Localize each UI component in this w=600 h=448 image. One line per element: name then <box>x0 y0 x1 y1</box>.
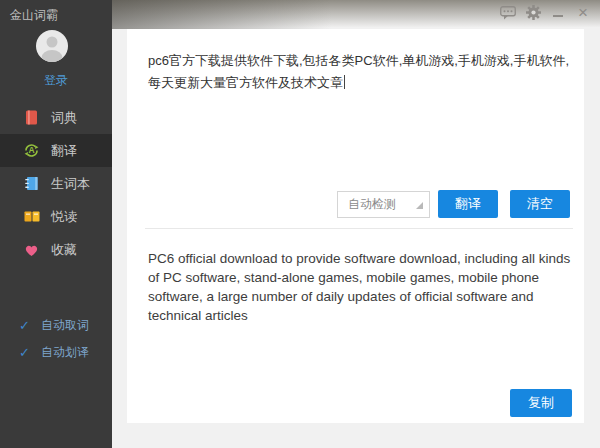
text-caret <box>344 75 345 89</box>
sidebar-item-label: 词典 <box>51 109 77 127</box>
result-text: PC6 official download to provide softwar… <box>148 249 581 325</box>
app-title: 金山词霸 <box>10 7 58 24</box>
checkmark-icon: ✓ <box>19 318 33 333</box>
sidebar-item-label: 悦读 <box>51 208 77 226</box>
language-select-value: 自动检测 <box>348 196 396 213</box>
dropdown-arrow-icon <box>416 202 423 209</box>
svg-text:A: A <box>28 145 34 155</box>
app-window: 金山词霸 登录 词典 <box>0 0 600 448</box>
minimize-icon[interactable] <box>550 5 566 21</box>
auto-word-capture-option[interactable]: ✓ 自动取词 <box>0 312 112 339</box>
result-divider <box>145 228 573 229</box>
sidebar-item-favorites[interactable]: 收藏 <box>0 233 112 266</box>
minimize-bar <box>553 15 563 17</box>
clear-button[interactable]: 清空 <box>510 190 570 218</box>
heart-icon <box>23 241 40 258</box>
translate-controls: 自动检测 翻译 清空 <box>337 190 570 218</box>
sidebar-item-label: 收藏 <box>51 241 77 259</box>
translate-button[interactable]: 翻译 <box>438 190 498 218</box>
sidebar-item-wordbook[interactable]: 生词本 <box>0 167 112 200</box>
checkmark-icon: ✓ <box>19 345 33 360</box>
titlebar: × <box>112 0 600 29</box>
settings-gear-icon[interactable] <box>525 5 541 21</box>
sidebar-item-dictionary[interactable]: 词典 <box>0 101 112 134</box>
sidebar-item-reading[interactable]: 悦读 <box>0 200 112 233</box>
sidebar: 金山词霸 登录 词典 <box>0 0 112 448</box>
copy-button[interactable]: 复制 <box>510 389 572 417</box>
sidebar-options: ✓ 自动取词 ✓ 自动划译 <box>0 312 112 366</box>
sidebar-menu: 词典 A 翻译 <box>0 101 112 266</box>
source-text-area[interactable]: pc6官方下载提供软件下载,包括各类PC软件,单机游戏,手机游戏,手机软件,每天… <box>148 50 573 94</box>
auto-selection-translate-option[interactable]: ✓ 自动划译 <box>0 339 112 366</box>
login-link[interactable]: 登录 <box>0 72 112 89</box>
close-icon[interactable]: × <box>575 5 591 21</box>
translator-panel: pc6官方下载提供软件下载,包括各类PC软件,单机游戏,手机游戏,手机软件,每天… <box>127 29 584 423</box>
window-controls: × <box>500 4 591 21</box>
language-select[interactable]: 自动检测 <box>337 191 430 218</box>
option-label: 自动取词 <box>41 317 89 334</box>
dictionary-book-icon <box>23 109 40 126</box>
option-label: 自动划译 <box>41 344 89 361</box>
translate-icon: A <box>23 142 40 159</box>
source-text: pc6官方下载提供软件下载,包括各类PC软件,单机游戏,手机游戏,手机软件,每天… <box>148 53 569 90</box>
sidebar-item-label: 生词本 <box>51 175 90 193</box>
feedback-icon[interactable] <box>500 5 516 21</box>
wordbook-icon <box>23 175 40 192</box>
reading-books-icon <box>23 208 40 225</box>
sidebar-item-translate[interactable]: A 翻译 <box>0 134 112 167</box>
user-silhouette-icon <box>36 30 68 62</box>
avatar[interactable] <box>36 30 68 62</box>
sidebar-item-label: 翻译 <box>51 142 77 160</box>
main-area: × pc6官方下载提供软件下载,包括各类PC软件,单机游戏,手机游戏,手机软件,… <box>112 0 600 448</box>
